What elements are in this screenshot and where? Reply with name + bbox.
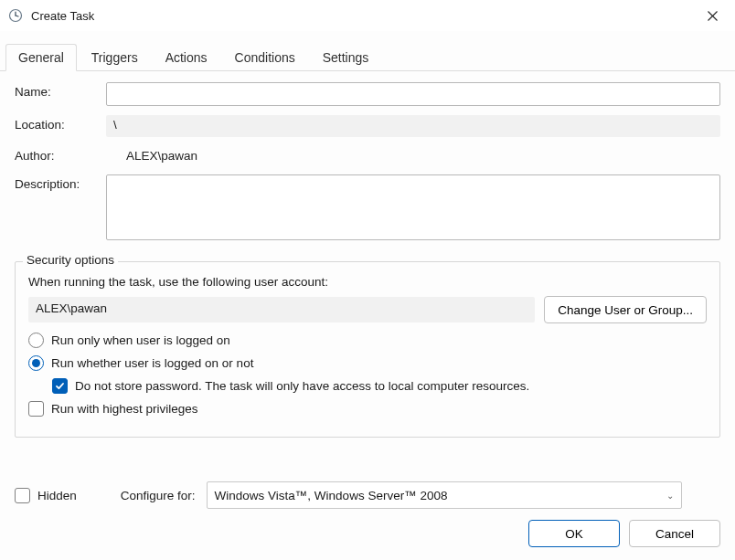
- tab-content-general: Name: Location: \ Author: ALEX\pawan Des…: [0, 71, 735, 472]
- security-options-group: Security options When running the task, …: [15, 261, 720, 438]
- close-icon: [708, 11, 718, 21]
- tabstrip: General Triggers Actions Conditions Sett…: [0, 31, 735, 71]
- change-user-button[interactable]: Change User or Group...: [544, 296, 707, 323]
- author-value: ALEX\pawan: [119, 146, 720, 165]
- check-icon: [55, 381, 65, 391]
- tab-settings[interactable]: Settings: [310, 44, 382, 70]
- description-label: Description:: [15, 174, 106, 191]
- tab-triggers[interactable]: Triggers: [79, 44, 151, 70]
- cancel-button[interactable]: Cancel: [629, 520, 720, 547]
- tab-actions[interactable]: Actions: [153, 44, 220, 70]
- checkbox-no-password-label: Do not store password. The task will onl…: [75, 379, 529, 393]
- configure-for-select[interactable]: Windows Vista™, Windows Server™ 2008 ⌄: [207, 481, 682, 509]
- location-value: \: [106, 115, 720, 137]
- task-scheduler-icon: [7, 7, 24, 24]
- radio-whether-label: Run whether user is logged on or not: [51, 356, 253, 370]
- checkbox-hidden[interactable]: [15, 488, 30, 503]
- chevron-down-icon: ⌄: [666, 491, 674, 501]
- checkbox-highest-privileges[interactable]: [28, 401, 44, 417]
- ok-button[interactable]: OK: [528, 520, 620, 547]
- radio-logged-on-label: Run only when user is logged on: [51, 333, 230, 347]
- location-label: Location:: [15, 115, 106, 132]
- bottom-row: Hidden Configure for: Windows Vista™, Wi…: [0, 472, 735, 512]
- security-legend: Security options: [23, 253, 118, 267]
- action-bar: OK Cancel: [0, 512, 735, 560]
- titlebar: Create Task: [0, 0, 735, 31]
- tab-conditions[interactable]: Conditions: [222, 44, 308, 70]
- create-task-window: Create Task General Triggers Actions Con…: [0, 0, 735, 560]
- name-label: Name:: [15, 82, 106, 99]
- name-input[interactable]: [106, 82, 720, 106]
- configure-for-label: Configure for:: [121, 489, 196, 502]
- security-prompt: When running the task, use the following…: [28, 275, 707, 289]
- radio-whether[interactable]: [28, 355, 44, 371]
- description-input[interactable]: [106, 174, 720, 240]
- checkbox-no-password[interactable]: [52, 378, 68, 394]
- close-button[interactable]: [693, 3, 731, 28]
- hidden-label: Hidden: [37, 489, 77, 502]
- radio-logged-on[interactable]: [28, 333, 44, 348]
- author-label: Author:: [15, 146, 106, 163]
- security-account-value: ALEX\pawan: [28, 297, 535, 322]
- tab-general[interactable]: General: [5, 44, 77, 71]
- window-title: Create Task: [31, 9, 693, 23]
- configure-for-value: Windows Vista™, Windows Server™ 2008: [215, 489, 448, 502]
- checkbox-highest-privileges-label: Run with highest privileges: [51, 402, 198, 416]
